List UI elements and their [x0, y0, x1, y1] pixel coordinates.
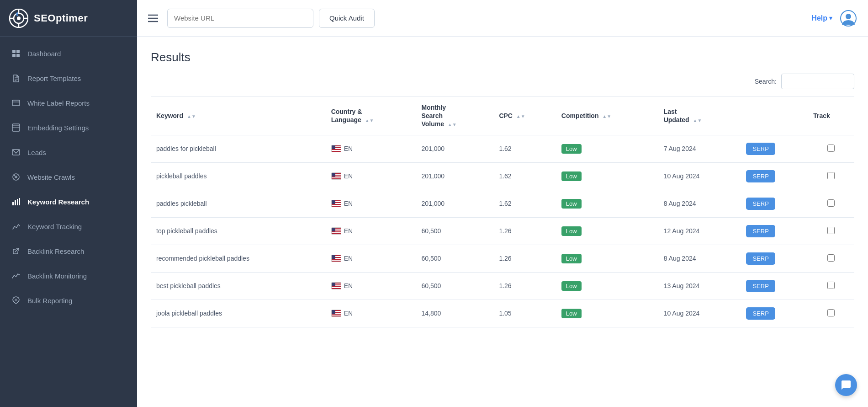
sidebar-logo: SEOptimer [0, 0, 137, 37]
svg-rect-23 [12, 202, 14, 205]
th-competition: Competition ▲▼ [556, 97, 658, 135]
competition-sort-icon[interactable]: ▲▼ [602, 114, 611, 119]
sidebar-logo-text: SEOptimer [34, 12, 88, 24]
cell-competition: Low [556, 162, 658, 190]
sidebar-item-leads[interactable]: Leads [0, 140, 137, 165]
cell-country: EN [326, 190, 416, 217]
cell-competition: Low [556, 135, 658, 162]
sidebar-item-report-templates-label: Report Templates [27, 75, 81, 82]
backlink-monitoring-icon [11, 271, 21, 281]
cell-serp[interactable]: SERP [741, 272, 808, 300]
cell-country: EN [326, 300, 416, 327]
sidebar-item-backlink-research[interactable]: Backlink Research [0, 239, 137, 263]
sidebar-item-keyword-research[interactable]: Keyword Research [0, 189, 137, 214]
sidebar-item-embedding-settings[interactable]: Embedding Settings [0, 115, 137, 140]
keyword-sort-icon[interactable]: ▲▼ [187, 114, 196, 119]
cell-last-updated: 13 Aug 2024 [658, 272, 741, 300]
track-checkbox[interactable] [827, 282, 835, 289]
th-serp [741, 97, 808, 135]
cell-serp[interactable]: SERP [741, 217, 808, 245]
cell-serp[interactable]: SERP [741, 135, 808, 162]
svg-point-33 [846, 14, 851, 19]
cell-track[interactable] [808, 217, 854, 245]
topbar: Quick Audit Help ▾ [137, 0, 868, 37]
cell-last-updated: 10 Aug 2024 [658, 300, 741, 327]
track-checkbox[interactable] [827, 145, 835, 152]
track-checkbox[interactable] [827, 199, 835, 207]
track-checkbox[interactable] [827, 172, 835, 179]
cell-track[interactable] [808, 300, 854, 327]
sidebar-item-report-templates[interactable]: Report Templates [0, 66, 137, 91]
track-checkbox[interactable] [827, 227, 835, 234]
country-sort-icon[interactable]: ▲▼ [365, 118, 374, 123]
sidebar: SEOptimer Dashboard Report Templates Whi… [0, 0, 137, 407]
cell-serp[interactable]: SERP [741, 162, 808, 190]
quick-audit-button[interactable]: Quick Audit [319, 9, 375, 28]
cpc-sort-icon[interactable]: ▲▼ [516, 114, 525, 119]
serp-button[interactable]: SERP [746, 252, 775, 265]
sidebar-item-white-label-reports[interactable]: White Label Reports [0, 91, 137, 115]
website-url-input[interactable] [167, 9, 313, 28]
cell-keyword: recommended pickleball paddles [151, 245, 326, 272]
last-updated-sort-icon[interactable]: ▲▼ [693, 118, 702, 123]
search-label: Search: [755, 78, 777, 85]
cell-cpc: 1.62 [493, 135, 556, 162]
cell-track[interactable] [808, 245, 854, 272]
chat-button[interactable] [835, 374, 857, 396]
sidebar-item-backlink-monitoring[interactable]: Backlink Monitoring [0, 263, 137, 288]
table-row: paddles pickleball EN 201,000 1.62 Low 8… [151, 190, 854, 217]
cell-track[interactable] [808, 162, 854, 190]
serp-button[interactable]: SERP [746, 225, 775, 237]
svg-point-21 [15, 176, 17, 178]
serp-button[interactable]: SERP [746, 170, 775, 182]
cell-cpc: 1.05 [493, 300, 556, 327]
sidebar-nav: Dashboard Report Templates White Label R… [0, 37, 137, 317]
sidebar-item-white-label-label: White Label Reports [27, 99, 90, 107]
serp-button[interactable]: SERP [746, 143, 775, 155]
cell-keyword: paddles for pickleball [151, 135, 326, 162]
user-icon[interactable] [840, 10, 857, 27]
us-flag-icon [331, 255, 341, 262]
us-flag-icon [331, 145, 341, 152]
cell-msv: 201,000 [416, 190, 493, 217]
track-checkbox[interactable] [827, 254, 835, 262]
sidebar-item-bulk-reporting[interactable]: Bulk Reporting [0, 288, 137, 313]
th-track: Track [808, 97, 854, 135]
cell-serp[interactable]: SERP [741, 245, 808, 272]
sidebar-item-embedding-label: Embedding Settings [27, 124, 89, 132]
sidebar-item-dashboard[interactable]: Dashboard [0, 41, 137, 66]
sidebar-item-keyword-tracking[interactable]: Keyword Tracking [0, 214, 137, 239]
cell-track[interactable] [808, 272, 854, 300]
track-checkbox[interactable] [827, 309, 835, 316]
cell-msv: 60,500 [416, 217, 493, 245]
cell-serp[interactable]: SERP [741, 300, 808, 327]
menu-icon[interactable] [148, 14, 158, 22]
dashboard-icon [11, 48, 21, 59]
serp-button[interactable]: SERP [746, 307, 775, 320]
cell-competition: Low [556, 272, 658, 300]
serp-button[interactable]: SERP [746, 280, 775, 292]
serp-button[interactable]: SERP [746, 198, 775, 210]
cell-cpc: 1.62 [493, 190, 556, 217]
help-button[interactable]: Help ▾ [811, 14, 832, 22]
cell-cpc: 1.26 [493, 245, 556, 272]
cell-last-updated: 10 Aug 2024 [658, 162, 741, 190]
cell-track[interactable] [808, 190, 854, 217]
sidebar-item-backlink-monitoring-label: Backlink Monitoring [27, 272, 87, 280]
competition-badge: Low [561, 199, 582, 209]
cell-cpc: 1.26 [493, 217, 556, 245]
svg-point-6 [17, 16, 21, 20]
svg-rect-24 [15, 200, 16, 205]
sidebar-item-website-crawls[interactable]: Website Crawls [0, 165, 137, 189]
msv-sort-icon[interactable]: ▲▼ [448, 123, 457, 127]
cell-keyword: joola pickleball paddles [151, 300, 326, 327]
table-row: pickleball paddles EN 201,000 1.62 Low 1… [151, 162, 854, 190]
search-input[interactable] [781, 74, 854, 89]
cell-keyword: paddles pickleball [151, 190, 326, 217]
svg-rect-25 [17, 199, 18, 205]
cell-cpc: 1.26 [493, 272, 556, 300]
cell-track[interactable] [808, 135, 854, 162]
main-area: Quick Audit Help ▾ Results Search: [137, 0, 868, 407]
cell-serp[interactable]: SERP [741, 190, 808, 217]
cell-competition: Low [556, 245, 658, 272]
